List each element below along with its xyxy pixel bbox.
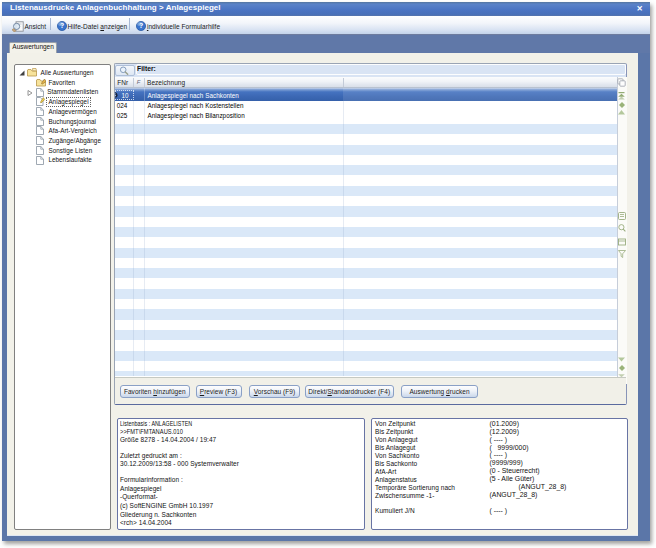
svg-text:?: ? (139, 22, 143, 29)
svg-text:?: ? (59, 22, 63, 29)
